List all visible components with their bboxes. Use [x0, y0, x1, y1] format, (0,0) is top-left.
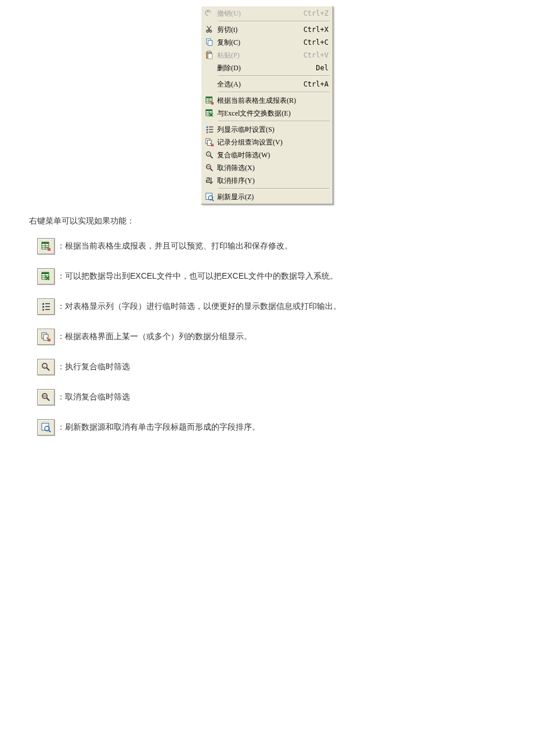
filter-icon [37, 359, 55, 375]
description-text: ：执行复合临时筛选 [57, 362, 130, 372]
menu-item-shortcut: Ctrl+X [304, 26, 329, 34]
filter-icon [204, 150, 215, 160]
menu-separator [218, 92, 330, 93]
menu-item[interactable]: 复合临时筛选(W) [202, 149, 332, 161]
columns-icon [37, 298, 55, 315]
menu-item-label: 粘贴(P) [217, 51, 304, 60]
blank-icon [204, 79, 215, 89]
description-text: ：对表格显示列（字段）进行临时筛选，以便更好的显示数据信息或打印输出。 [57, 301, 341, 312]
menu-item[interactable]: 剪切(t)Ctrl+X [202, 23, 332, 36]
menu-item[interactable]: 取消筛选(X) [202, 161, 332, 174]
refresh-icon [204, 192, 215, 202]
menu-item-label: 刷新显示(Z) [217, 192, 329, 202]
description-row: ：执行复合临时筛选 [37, 359, 505, 375]
menu-item-label: 取消筛选(X) [217, 163, 329, 173]
menu-item-label: 删除(D) [217, 63, 316, 73]
undo-icon [204, 8, 215, 19]
menu-item-shortcut: Ctrl+C [304, 38, 329, 46]
description-text: ：可以把数据导出到EXCEL文件中，也可以把EXCEL文件中的数据导入系统。 [57, 271, 338, 282]
menu-item-shortcut: Ctrl+V [304, 51, 329, 59]
menu-item[interactable]: 全选(A)Ctrl+A [202, 78, 332, 91]
description-row: ：可以把数据导出到EXCEL文件中，也可以把EXCEL文件中的数据导入系统。 [37, 268, 505, 285]
menu-item[interactable]: 刷新显示(Z) [202, 190, 332, 203]
nofilter-icon [204, 163, 215, 173]
menu-separator [218, 75, 330, 77]
report-icon [204, 95, 215, 106]
menu-item-label: 记录分组查询设置(V) [217, 138, 329, 147]
blank-icon [204, 63, 215, 73]
description-row: ：取消复合临时筛选 [37, 389, 505, 405]
nosort-icon [204, 175, 215, 186]
context-menu: 撤销(U)Ctrl+Z剪切(t)Ctrl+X复制(C)Ctrl+C粘贴(P)Ct… [201, 6, 333, 204]
menu-separator [218, 188, 330, 189]
menu-item[interactable]: 列显示临时设置(S) [202, 123, 332, 136]
intro-text: 右键菜单可以实现如果功能： [29, 216, 505, 226]
group-icon [37, 329, 55, 345]
menu-item: 粘贴(P)Ctrl+V [202, 49, 332, 62]
copy-icon [204, 37, 215, 48]
description-text: ：根据表格界面上某一（或多个）列的数据分组显示。 [57, 332, 252, 342]
description-text: ：刷新数据源和取消有单击字段标题而形成的字段排序。 [57, 422, 260, 433]
menu-item-shortcut: Del [316, 64, 329, 72]
refresh-icon [37, 419, 55, 435]
group-icon [204, 137, 215, 147]
description-row: ：根据当前表格生成报表，并且可以预览、打印输出和保存修改。 [37, 238, 505, 254]
nofilter-icon [37, 389, 55, 405]
description-text: ：取消复合临时筛选 [57, 392, 130, 402]
paste-icon [204, 50, 215, 60]
menu-item-label: 全选(A) [217, 80, 304, 89]
description-row: ：刷新数据源和取消有单击字段标题而形成的字段排序。 [37, 419, 505, 435]
menu-item[interactable]: 记录分组查询设置(V) [202, 136, 332, 149]
menu-item-label: 取消排序(Y) [217, 176, 329, 186]
menu-item-label: 复合临时筛选(W) [217, 150, 329, 160]
menu-item: 撤销(U)Ctrl+Z [202, 7, 332, 20]
menu-item[interactable]: 根据当前表格生成报表(R) [202, 94, 332, 107]
description-row: ：对表格显示列（字段）进行临时筛选，以便更好的显示数据信息或打印输出。 [37, 298, 505, 315]
menu-separator [218, 121, 330, 122]
menu-item-label: 列显示临时设置(S) [217, 125, 329, 135]
menu-item-label: 与Excel文件交换数据(E) [217, 109, 329, 118]
columns-icon [204, 124, 215, 135]
description-row: ：根据表格界面上某一（或多个）列的数据分组显示。 [37, 329, 505, 345]
menu-item-shortcut: Ctrl+A [304, 80, 329, 88]
menu-item-label: 复制(C) [217, 38, 304, 48]
menu-item[interactable]: 复制(C)Ctrl+C [202, 36, 332, 49]
menu-item[interactable]: 取消排序(Y) [202, 174, 332, 187]
menu-item-label: 剪切(t) [217, 25, 304, 35]
menu-item[interactable]: 与Excel文件交换数据(E) [202, 107, 332, 120]
menu-item[interactable]: 删除(D)Del [202, 62, 332, 74]
menu-item-shortcut: Ctrl+Z [304, 9, 329, 17]
excel-icon [204, 108, 215, 118]
report-icon [37, 238, 55, 254]
description-text: ：根据当前表格生成报表，并且可以预览、打印输出和保存修改。 [57, 241, 293, 251]
menu-item-label: 根据当前表格生成报表(R) [217, 96, 329, 106]
menu-separator [218, 21, 330, 22]
cut-icon [204, 24, 215, 35]
menu-item-label: 撤销(U) [217, 9, 304, 19]
excel-icon [37, 268, 55, 285]
